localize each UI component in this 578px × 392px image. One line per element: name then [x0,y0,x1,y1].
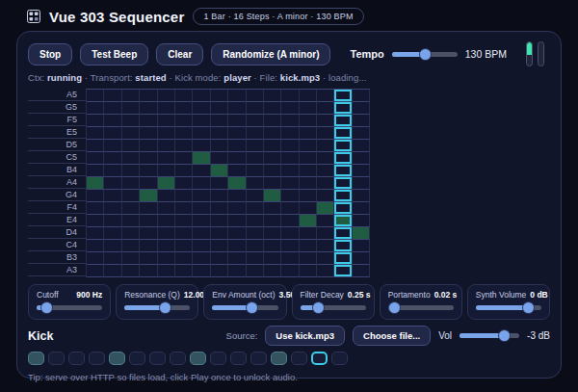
grid-cell-a5-step2[interactable] [104,90,121,102]
grid-cell-d4-step5[interactable] [158,227,175,240]
grid-cell-e4-step4[interactable] [140,215,157,227]
grid-cell-b4-step3[interactable] [122,165,140,177]
grid-cell-d4-step10[interactable] [247,227,264,240]
grid-cell-f4-step8[interactable] [211,202,228,215]
grid-cell-f4-step16[interactable] [353,202,370,215]
grid-cell-f5-step2[interactable] [104,115,121,127]
grid-cell-a3-step10[interactable] [247,265,264,277]
grid-cell-g5-step7[interactable] [193,102,210,115]
grid-cell-a4-step6[interactable] [175,177,193,190]
grid-cell-a3-step7[interactable] [193,265,210,277]
grid-cell-f5-step4[interactable] [140,115,157,127]
grid-cell-c4-step6[interactable] [175,240,193,252]
grid-cell-a3-step5[interactable] [158,265,175,277]
grid-cell-e5-step10[interactable] [247,127,264,140]
kick-step-1[interactable] [28,352,44,365]
grid-cell-g4-step14[interactable] [317,190,334,202]
grid-cell-d5-step2[interactable] [104,140,121,152]
grid-cell-c5-step13[interactable] [300,152,317,165]
grid-cell-a5-step8[interactable] [211,90,228,102]
grid-cell-e5-step9[interactable] [228,127,246,140]
grid-cell-e5-step6[interactable] [175,127,193,140]
kick-step-14[interactable] [291,352,307,365]
kick-step-12[interactable] [250,352,267,365]
grid-cell-f5-step11[interactable] [264,115,281,127]
grid-cell-c5-step9[interactable] [228,152,246,165]
grid-cell-a3-step4[interactable] [140,265,157,277]
grid-cell-g5-step10[interactable] [247,102,264,115]
grid-cell-e5-step3[interactable] [122,127,140,140]
grid-cell-c5-step15[interactable] [334,152,352,165]
grid-cell-e4-step14[interactable] [317,215,334,227]
grid-cell-g4-step8[interactable] [211,190,228,202]
grid-cell-d4-step6[interactable] [175,227,193,240]
grid-cell-f5-step16[interactable] [353,115,370,127]
grid-cell-a4-step10[interactable] [247,177,264,190]
grid-cell-e5-step4[interactable] [140,127,157,140]
grid-cell-b4-step8[interactable] [211,165,228,177]
grid-cell-e4-step3[interactable] [122,215,140,227]
grid-cell-g4-step6[interactable] [175,190,193,202]
grid-cell-a4-step12[interactable] [281,177,299,190]
grid-cell-g4-step7[interactable] [193,190,210,202]
grid-cell-b3-step16[interactable] [353,252,370,265]
grid-cell-a4-step7[interactable] [193,177,210,190]
grid-cell-c4-step3[interactable] [122,240,140,252]
grid-cell-b4-step16[interactable] [353,165,370,177]
tempo-slider[interactable] [392,49,458,60]
grid-cell-g5-step6[interactable] [175,102,193,115]
grid-cell-a5-step12[interactable] [281,90,299,102]
kick-step-9[interactable] [190,352,206,365]
grid-cell-a4-step8[interactable] [211,177,228,190]
grid-cell-e5-step12[interactable] [281,127,299,140]
grid-cell-c5-step14[interactable] [317,152,334,165]
kick-step-4[interactable] [89,352,105,365]
grid-cell-b3-step9[interactable] [228,252,246,265]
grid-cell-d5-step12[interactable] [281,140,299,152]
grid-cell-f5-step12[interactable] [281,115,299,127]
grid-cell-c5-step8[interactable] [211,152,228,165]
grid-cell-f5-step6[interactable] [175,115,193,127]
grid-cell-a3-step13[interactable] [300,265,317,277]
grid-cell-d4-step15[interactable] [334,227,352,240]
grid-cell-a3-step6[interactable] [175,265,193,277]
grid-cell-c4-step14[interactable] [317,240,334,252]
grid-cell-c4-step12[interactable] [281,240,299,252]
grid-cell-d4-step13[interactable] [300,227,317,240]
grid-cell-f4-step3[interactable] [122,202,140,215]
grid-cell-g5-step9[interactable] [228,102,246,115]
grid-cell-e4-step13[interactable] [300,215,317,227]
grid-cell-b3-step10[interactable] [247,252,264,265]
grid-cell-b3-step2[interactable] [104,252,121,265]
grid-cell-f5-step14[interactable] [317,115,334,127]
grid-cell-b4-step10[interactable] [247,165,264,177]
grid-cell-a5-step1[interactable] [87,90,104,102]
grid-cell-d4-step14[interactable] [317,227,334,240]
kick-step-8[interactable] [170,352,186,365]
grid-cell-d5-step16[interactable] [353,140,370,152]
grid-cell-b3-step12[interactable] [281,252,299,265]
grid-cell-a5-step5[interactable] [158,90,175,102]
use-kick-button[interactable]: Use kick.mp3 [265,326,345,346]
grid-cell-d5-step3[interactable] [122,140,140,152]
grid-cell-b4-step12[interactable] [281,165,299,177]
grid-cell-e4-step15[interactable] [334,215,352,227]
grid-cell-e4-step5[interactable] [158,215,175,227]
grid-cell-d5-step7[interactable] [193,140,210,152]
grid-cell-b3-step5[interactable] [158,252,175,265]
grid-cell-a3-step14[interactable] [317,265,334,277]
grid-cell-c4-step5[interactable] [158,240,175,252]
grid-cell-e4-step7[interactable] [193,215,210,227]
grid-cell-b4-step13[interactable] [300,165,317,177]
grid-cell-g5-step1[interactable] [87,102,104,115]
test-beep-button[interactable]: Test Beep [80,43,148,65]
grid-cell-a4-step2[interactable] [104,177,121,190]
choose-file-button[interactable]: Choose file... [353,326,431,346]
grid-cell-c5-step3[interactable] [122,152,140,165]
grid-cell-a3-step16[interactable] [353,265,370,277]
grid-cell-b3-step11[interactable] [264,252,281,265]
grid-cell-f4-step1[interactable] [87,202,104,215]
grid-cell-d4-step16[interactable] [353,227,370,240]
grid-cell-a5-step3[interactable] [122,90,140,102]
grid-cell-d5-step8[interactable] [211,140,228,152]
